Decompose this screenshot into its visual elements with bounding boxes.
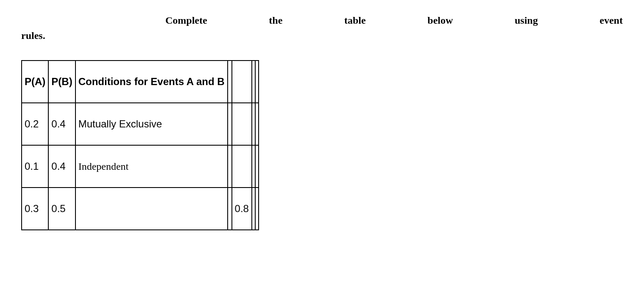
header-empty-1 [228, 61, 232, 103]
table-row: 0.2 0.4 Mutually Exclusive [22, 103, 259, 145]
cell-value: 0.8 [232, 188, 252, 230]
cell-empty [255, 188, 259, 230]
header-conditions: Conditions for Events A and B [75, 61, 228, 103]
cell-value [232, 103, 252, 145]
header-empty-2 [232, 61, 252, 103]
cell-empty [228, 103, 232, 145]
table-row: 0.1 0.4 Independent [22, 145, 259, 188]
cell-empty [255, 103, 259, 145]
header-empty-4 [255, 61, 259, 103]
cell-empty [252, 145, 255, 188]
cell-condition: Mutually Exclusive [75, 103, 228, 145]
word: the [269, 13, 282, 28]
cell-empty [255, 145, 259, 188]
header-empty-3 [252, 61, 255, 103]
cell-pa: 0.1 [22, 145, 48, 188]
header-pa: P(A) [22, 61, 48, 103]
word: using [515, 13, 538, 28]
cell-pa: 0.2 [22, 103, 48, 145]
cell-empty [252, 188, 255, 230]
cell-pb: 0.4 [48, 145, 75, 188]
cell-empty [228, 188, 232, 230]
table-row: 0.3 0.5 0.8 [22, 188, 259, 230]
word: Complete [165, 13, 207, 28]
cell-empty [228, 145, 232, 188]
cell-empty [252, 103, 255, 145]
cell-condition [75, 188, 228, 230]
cell-pb: 0.5 [48, 188, 75, 230]
word: event [599, 13, 623, 28]
word: below [427, 13, 453, 28]
cell-pb: 0.4 [48, 103, 75, 145]
table-header-row: P(A) P(B) Conditions for Events A and B [22, 61, 259, 103]
probability-table: P(A) P(B) Conditions for Events A and B … [21, 60, 259, 230]
instruction-text: Complete the table below using event rul… [21, 13, 623, 43]
word: table [344, 13, 366, 28]
cell-value [232, 145, 252, 188]
instruction-line-2: rules. [21, 28, 623, 43]
cell-pa: 0.3 [22, 188, 48, 230]
header-pb: P(B) [48, 61, 75, 103]
cell-condition: Independent [75, 145, 228, 188]
instruction-line-1: Complete the table below using event [21, 13, 623, 28]
